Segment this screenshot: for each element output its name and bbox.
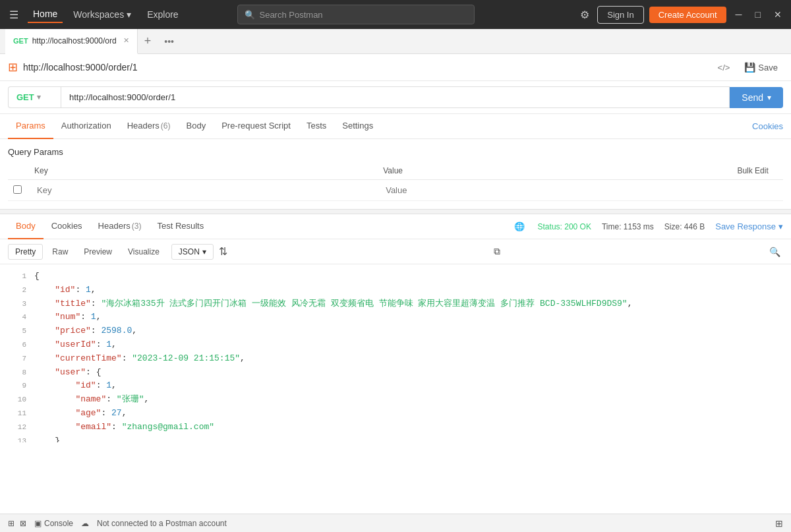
resp-tab-headers[interactable]: Headers (3): [90, 214, 150, 239]
url-area: ⊞ http://localhost:9000/order/1 </> 💾 Sa…: [0, 54, 791, 81]
value-header: Value: [378, 162, 726, 180]
gear-icon[interactable]: ⚙: [577, 6, 592, 24]
fmt-raw[interactable]: Raw: [45, 245, 74, 259]
tab-authorization[interactable]: Authorization: [53, 114, 119, 139]
terminal-icon: ▣: [34, 519, 42, 528]
method-dropdown-arrow: ▾: [37, 93, 41, 102]
request-tabs: Params Authorization Headers (6) Body Pr…: [0, 114, 791, 139]
tab-params[interactable]: Params: [8, 114, 53, 139]
method-dropdown[interactable]: GET ▾: [8, 86, 61, 108]
json-line-12: 12 "email" : "zhangs@gmail.com": [0, 421, 791, 434]
collection-icon: ⊞: [8, 60, 18, 74]
value-cell[interactable]: [378, 180, 726, 201]
key-cell[interactable]: [29, 180, 378, 201]
tab-url: http://localhost:9000/ord: [32, 36, 117, 45]
format-bar: Pretty Raw Preview Visualize JSON ▾ ⇅ ⧉ …: [0, 239, 791, 264]
status-right: ⊞: [775, 518, 783, 529]
tab-method: GET: [13, 37, 28, 45]
cookies-button[interactable]: Cookies: [752, 121, 783, 131]
json-response-body: 1 { 2 "id" : 1 , 3 "title" : "海尔冰箱335升 法…: [0, 264, 791, 442]
method-label: GET: [16, 92, 34, 102]
response-tabs: Body Cookies Headers (3) Test Results 🌐 …: [0, 214, 791, 239]
tab-close-icon[interactable]: ✕: [123, 36, 129, 45]
send-dropdown-arrow: ▾: [767, 93, 771, 102]
json-line-9: 9 "id" : 1 ,: [0, 379, 791, 393]
search-icon: 🔍: [245, 10, 255, 20]
send-button[interactable]: Send ▾: [730, 87, 783, 108]
nav-right: ⚙ Sign In Create Account ─ □ ✕: [577, 6, 786, 24]
account-status: Not connected to a Postman account: [97, 519, 227, 528]
key-header: Key: [29, 162, 378, 180]
maximize-icon[interactable]: □: [751, 7, 765, 22]
resp-tab-cookies[interactable]: Cookies: [44, 214, 90, 239]
more-tabs-icon[interactable]: •••: [158, 36, 181, 47]
globe-icon: 🌐: [514, 222, 525, 231]
status-icon-right: ⊠: [20, 519, 26, 528]
chevron-down-icon: ▾: [778, 222, 783, 231]
nav-workspaces[interactable]: Workspaces ▾: [68, 7, 136, 22]
response-time: Time: 1153 ms: [602, 222, 654, 231]
query-params-title: Query Params: [8, 147, 783, 157]
close-icon[interactable]: ✕: [770, 7, 786, 22]
request-tab[interactable]: GET http://localhost:9000/ord ✕: [5, 29, 138, 54]
tab-body[interactable]: Body: [179, 114, 214, 139]
chevron-down-icon: ▾: [202, 247, 206, 256]
fmt-visualize[interactable]: Visualize: [121, 245, 166, 259]
tab-pre-request[interactable]: Pre-request Script: [214, 114, 299, 139]
bulk-edit-header: Bulk Edit: [726, 162, 783, 180]
row-checkbox[interactable]: [8, 180, 29, 201]
chevron-down-icon: ▾: [127, 9, 131, 20]
nav-home[interactable]: Home: [28, 6, 63, 23]
json-line-13: 13 }: [0, 434, 791, 442]
layout-icon[interactable]: ⊞: [775, 518, 783, 529]
checkbox-header: [8, 162, 29, 180]
create-account-button[interactable]: Create Account: [649, 7, 726, 23]
url-display: http://localhost:9000/order/1: [23, 62, 709, 73]
status-bar: ⊞ ⊠ ▣ Console ☁ Not connected to a Postm…: [0, 514, 791, 532]
console-button[interactable]: ▣ Console: [34, 519, 73, 528]
format-type-select[interactable]: JSON ▾: [171, 244, 214, 260]
status-icon-left: ⊞: [8, 519, 15, 528]
key-input[interactable]: [34, 183, 372, 198]
filter-icon[interactable]: ⇅: [219, 245, 227, 258]
response-size: Size: 446 B: [664, 222, 705, 231]
tab-headers[interactable]: Headers (6): [119, 114, 179, 139]
search-icon[interactable]: 🔍: [767, 244, 783, 260]
code-button[interactable]: </>: [714, 60, 734, 75]
json-line-6: 6 "userId" : 1 ,: [0, 338, 791, 352]
json-line-5: 5 "price" : 2598.0 ,: [0, 324, 791, 338]
json-line-10: 10 "name" : "张珊" ,: [0, 393, 791, 407]
tab-tests[interactable]: Tests: [299, 114, 334, 139]
response-status: 🌐 Status: 200 OK Time: 1153 ms Size: 446…: [514, 222, 783, 231]
hamburger-icon[interactable]: ☰: [5, 6, 22, 24]
search-bar[interactable]: 🔍 Search Postman: [237, 5, 475, 24]
status-code: Status: 200 OK: [538, 222, 591, 231]
save-button[interactable]: 💾 Save: [739, 59, 783, 75]
table-row: [8, 180, 783, 201]
nav-explore[interactable]: Explore: [142, 7, 183, 22]
search-placeholder: Search Postman: [259, 10, 322, 20]
json-line-7: 7 "currentTime" : "2023-12-09 21:15:15" …: [0, 352, 791, 366]
resp-tab-body[interactable]: Body: [8, 214, 44, 239]
sign-in-button[interactable]: Sign In: [597, 6, 643, 24]
params-table: Key Value Bulk Edit: [8, 162, 783, 201]
bulk-edit-button[interactable]: Bulk Edit: [732, 163, 773, 178]
resp-tab-test-results[interactable]: Test Results: [149, 214, 212, 239]
save-icon: 💾: [744, 62, 755, 73]
tab-settings[interactable]: Settings: [334, 114, 381, 139]
fmt-preview[interactable]: Preview: [77, 245, 119, 259]
json-line-2: 2 "id" : 1 ,: [0, 283, 791, 297]
request-line: GET ▾ Send ▾: [0, 81, 791, 114]
new-tab-button[interactable]: +: [138, 34, 158, 48]
status-icons: ⊞ ⊠: [8, 519, 26, 528]
save-response-button[interactable]: Save Response ▾: [715, 222, 783, 231]
json-line-4: 4 "num" : 1 ,: [0, 310, 791, 324]
tab-bar: GET http://localhost:9000/ord ✕ + •••: [0, 29, 791, 54]
url-input[interactable]: [61, 86, 730, 108]
minimize-icon[interactable]: ─: [732, 7, 746, 22]
value-input[interactable]: [383, 183, 721, 198]
cloud-icon: ☁: [81, 519, 89, 528]
json-line-8: 8 "user" : {: [0, 366, 791, 380]
fmt-pretty[interactable]: Pretty: [8, 244, 43, 260]
copy-icon[interactable]: ⧉: [491, 243, 503, 260]
